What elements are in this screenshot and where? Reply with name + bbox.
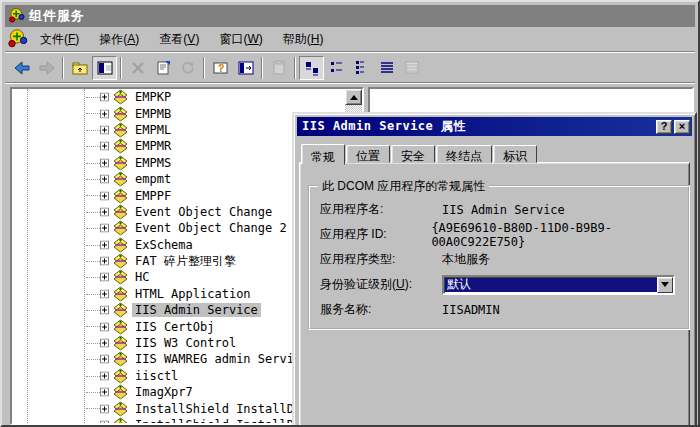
dialog-title: IIS Admin Service 属性: [302, 118, 654, 135]
authentication-level-combobox[interactable]: 默认: [442, 275, 675, 295]
expand-toggle[interactable]: [100, 257, 109, 266]
favorites-button: [266, 56, 291, 80]
expand-toggle[interactable]: [100, 142, 109, 151]
list-view-button[interactable]: [349, 56, 374, 80]
field-label: 应用程序名:: [320, 201, 442, 218]
dialog-tabs: 常规位置安全终结点标识: [301, 142, 688, 163]
dcom-application-icon: [113, 254, 128, 269]
new-window-icon: [238, 60, 254, 76]
delete-button: [125, 56, 150, 80]
tab-inactive[interactable]: 终结点: [436, 145, 492, 163]
scroll-up-icon: [350, 91, 358, 100]
tree-item-label[interactable]: EMPPF: [132, 189, 174, 203]
combobox-dropdown-button[interactable]: [657, 277, 673, 293]
expand-toggle[interactable]: [100, 371, 109, 380]
tree-item-label[interactable]: EMPMB: [132, 107, 174, 121]
back-button[interactable]: [9, 56, 34, 80]
tree-connector: [86, 163, 100, 164]
expand-toggle[interactable]: [100, 306, 109, 315]
window-titlebar[interactable]: 组件服务: [5, 5, 695, 27]
tree-item-label[interactable]: FAT 碎片整理引擎: [132, 253, 239, 270]
properties-button[interactable]: [150, 56, 175, 80]
tree-item-label[interactable]: iisctl: [132, 369, 181, 383]
menu-item[interactable]: 文件(F): [30, 28, 89, 51]
tree-item-label[interactable]: EMPMR: [132, 139, 174, 153]
tree-item-label[interactable]: ImagXpr7: [132, 385, 196, 399]
export-list-button: [399, 56, 424, 80]
tree-item-label[interactable]: EMPMS: [132, 156, 174, 170]
tree-item-label[interactable]: Event Object Change: [132, 205, 275, 219]
tree-item-label[interactable]: EMPML: [132, 123, 174, 137]
groupbox-label: 此 DCOM 应用程序的常规属性: [318, 178, 489, 195]
menu-item[interactable]: 帮助(H): [273, 28, 334, 51]
toolbar-separator: [261, 57, 263, 79]
expand-toggle[interactable]: [100, 240, 109, 249]
tree-item[interactable]: EMPKP: [12, 89, 345, 105]
dcom-application-icon: [113, 122, 128, 137]
tab-active[interactable]: 常规: [301, 144, 345, 165]
dcom-application-icon: [113, 172, 128, 187]
expand-toggle[interactable]: [100, 175, 109, 184]
tree-item-label[interactable]: EMPKP: [132, 90, 174, 104]
favorites-icon: [271, 60, 287, 76]
console-tree-toggle-button[interactable]: [92, 56, 117, 80]
tab-inactive[interactable]: 位置: [346, 145, 390, 163]
small-icons-icon: [329, 60, 345, 76]
details-view-button[interactable]: [374, 56, 399, 80]
tree-item-label[interactable]: IIS CertObj: [132, 320, 217, 334]
dialog-help-button[interactable]: ?: [656, 120, 672, 134]
chevron-down-icon: [661, 282, 669, 291]
tab-inactive[interactable]: 标识: [493, 145, 537, 163]
tree-item-label[interactable]: ExSchema: [132, 238, 196, 252]
expand-toggle[interactable]: [100, 289, 109, 298]
tree-item-label[interactable]: HTML Application: [132, 287, 254, 301]
property-row: 应用程序 ID:{A9E69610-B80D-11D0-B9B9-00A0C92…: [320, 222, 682, 247]
expand-toggle[interactable]: [100, 224, 109, 233]
tree-item-label[interactable]: HC: [132, 270, 152, 284]
expand-toggle[interactable]: [100, 191, 109, 200]
expand-toggle[interactable]: [100, 273, 109, 282]
dcom-application-icon: [113, 286, 128, 301]
expand-toggle[interactable]: [100, 388, 109, 397]
tree-connector: [86, 228, 100, 229]
tree-item-label[interactable]: IIS W3 Control: [132, 336, 239, 350]
tree-item-label[interactable]: Event Object Change 2: [132, 221, 290, 235]
tree-item-label[interactable]: IIS Admin Service: [132, 303, 261, 317]
new-window-button[interactable]: [233, 56, 258, 80]
expand-toggle[interactable]: [100, 125, 109, 134]
tree-connector: [86, 359, 100, 360]
small-buttons-icon[interactable]: [324, 56, 349, 80]
property-row: 应用程序名:IIS Admin Service: [320, 197, 682, 222]
tree-item-label[interactable]: empmt: [132, 172, 174, 186]
menu-item[interactable]: 窗口(W): [209, 28, 272, 51]
tree-item-label[interactable]: IIS WAMREG admin Service: [132, 352, 311, 366]
dialog-close-button[interactable]: ×: [674, 120, 690, 134]
expand-toggle[interactable]: [100, 355, 109, 364]
expand-toggle[interactable]: [100, 339, 109, 348]
tree-connector: [86, 343, 100, 344]
details-view-icon: [379, 60, 395, 76]
expand-toggle[interactable]: [100, 404, 109, 413]
expand-toggle[interactable]: [100, 322, 109, 331]
toolbar-separator: [203, 57, 205, 79]
expand-toggle[interactable]: [100, 207, 109, 216]
expand-toggle[interactable]: [100, 109, 109, 118]
dialog-titlebar[interactable]: IIS Admin Service 属性 ? ×: [297, 117, 692, 136]
expand-toggle[interactable]: [100, 421, 109, 424]
menu-item[interactable]: 操作(A): [89, 28, 149, 51]
tree-connector: [86, 294, 100, 295]
menu-item[interactable]: 查看(V): [149, 28, 209, 51]
refresh-button: [175, 56, 200, 80]
expand-toggle[interactable]: [100, 158, 109, 167]
up-one-level-button[interactable]: [67, 56, 92, 80]
dcom-application-icon: [113, 385, 128, 400]
toolbar-separator: [62, 57, 64, 79]
dcom-application-icon: [113, 352, 128, 367]
dcom-application-icon: [113, 106, 128, 121]
help-button[interactable]: ?: [208, 56, 233, 80]
expand-toggle[interactable]: [100, 93, 109, 102]
scroll-up-button[interactable]: [345, 89, 362, 105]
tab-inactive[interactable]: 安全: [391, 145, 435, 163]
dcom-application-icon: [113, 418, 128, 424]
large-buttons-icon[interactable]: [299, 56, 324, 80]
